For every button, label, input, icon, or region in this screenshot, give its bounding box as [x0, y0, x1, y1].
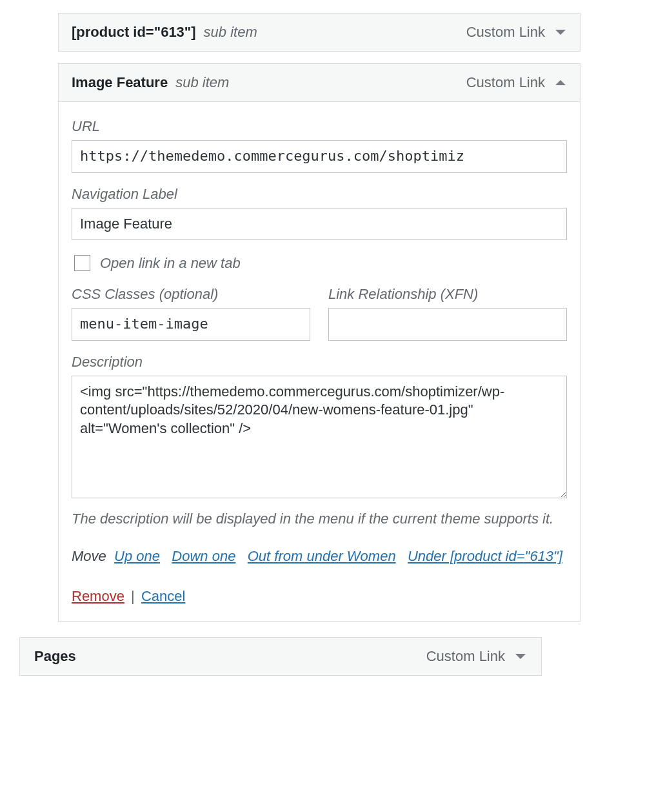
- sub-item-label: sub item: [175, 74, 229, 91]
- chevron-up-icon[interactable]: [554, 76, 567, 89]
- input-css-classes[interactable]: [72, 308, 310, 341]
- description-note: The description will be displayed in the…: [72, 508, 567, 529]
- label-url: URL: [72, 118, 567, 135]
- menu-item-title: [product id="613"]: [72, 24, 196, 41]
- label-description: Description: [72, 354, 567, 370]
- field-description: Description: [72, 354, 567, 500]
- label-xfn: Link Relationship (XFN): [328, 286, 567, 303]
- chevron-down-icon[interactable]: [554, 26, 567, 39]
- menu-item-title: Image Feature: [72, 74, 168, 91]
- label-nav-label: Navigation Label: [72, 186, 567, 203]
- input-xfn[interactable]: [328, 308, 567, 341]
- label-new-tab: Open link in a new tab: [100, 255, 241, 272]
- input-nav-label[interactable]: [72, 208, 567, 241]
- move-down-link[interactable]: Down one: [172, 548, 235, 564]
- separator: |: [131, 588, 135, 604]
- sub-item-label: sub item: [204, 24, 257, 41]
- field-url: URL: [72, 118, 567, 173]
- menu-item-product-613[interactable]: [product id="613"] sub item Custom Link: [58, 13, 580, 52]
- field-new-tab: Open link in a new tab: [72, 253, 567, 273]
- label-css-classes: CSS Classes (optional): [72, 286, 310, 303]
- field-css-classes: CSS Classes (optional): [72, 286, 310, 341]
- item-type-label: Custom Link: [466, 74, 545, 91]
- move-out-link[interactable]: Out from under Women: [248, 548, 396, 564]
- checkbox-new-tab[interactable]: [74, 255, 90, 271]
- menu-item-header[interactable]: Pages Custom Link: [20, 638, 541, 675]
- menu-item-header[interactable]: Image Feature sub item Custom Link: [59, 64, 580, 101]
- move-label: Move: [72, 548, 106, 564]
- menu-item-pages[interactable]: Pages Custom Link: [19, 637, 542, 676]
- field-nav-label: Navigation Label: [72, 186, 567, 241]
- chevron-down-icon[interactable]: [514, 650, 527, 663]
- field-xfn: Link Relationship (XFN): [328, 286, 567, 341]
- field-css-xfn-row: CSS Classes (optional) Link Relationship…: [72, 286, 567, 341]
- menu-item-settings: URL Navigation Label Open link in a new …: [59, 101, 580, 621]
- remove-link[interactable]: Remove: [72, 588, 124, 604]
- menu-item-title: Pages: [34, 648, 76, 665]
- item-type-label: Custom Link: [466, 24, 545, 41]
- cancel-link[interactable]: Cancel: [141, 588, 185, 604]
- input-url[interactable]: [72, 140, 567, 173]
- textarea-description[interactable]: [72, 376, 567, 498]
- menu-item-image-feature: Image Feature sub item Custom Link URL N…: [58, 63, 580, 622]
- action-row: Remove | Cancel: [72, 588, 567, 605]
- menu-item-header[interactable]: [product id="613"] sub item Custom Link: [59, 14, 580, 51]
- item-type-label: Custom Link: [426, 648, 505, 665]
- move-row: Move Up one Down one Out from under Wome…: [72, 543, 567, 569]
- move-up-link[interactable]: Up one: [114, 548, 160, 564]
- move-under-link[interactable]: Under [product id="613"]: [408, 548, 562, 564]
